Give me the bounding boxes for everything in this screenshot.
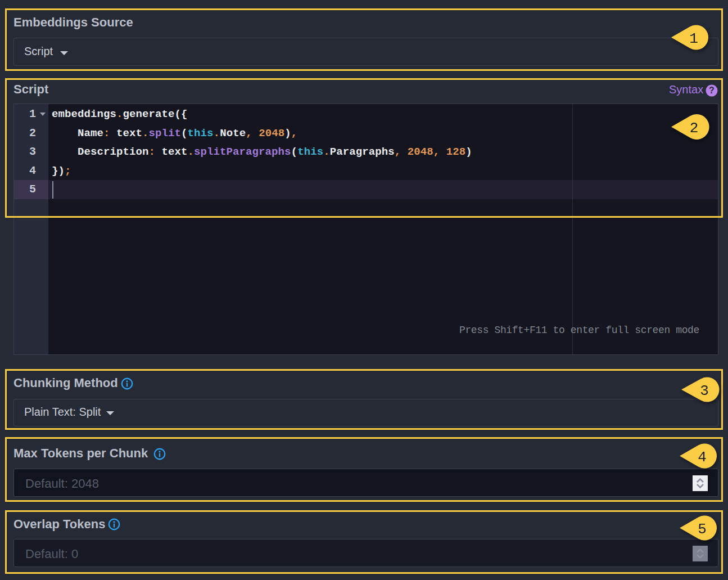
svg-text:2: 2 <box>690 120 699 137</box>
svg-text:5: 5 <box>698 521 707 538</box>
svg-text:4: 4 <box>698 449 707 466</box>
svg-text:3: 3 <box>700 383 709 399</box>
svg-text:1: 1 <box>689 30 698 47</box>
